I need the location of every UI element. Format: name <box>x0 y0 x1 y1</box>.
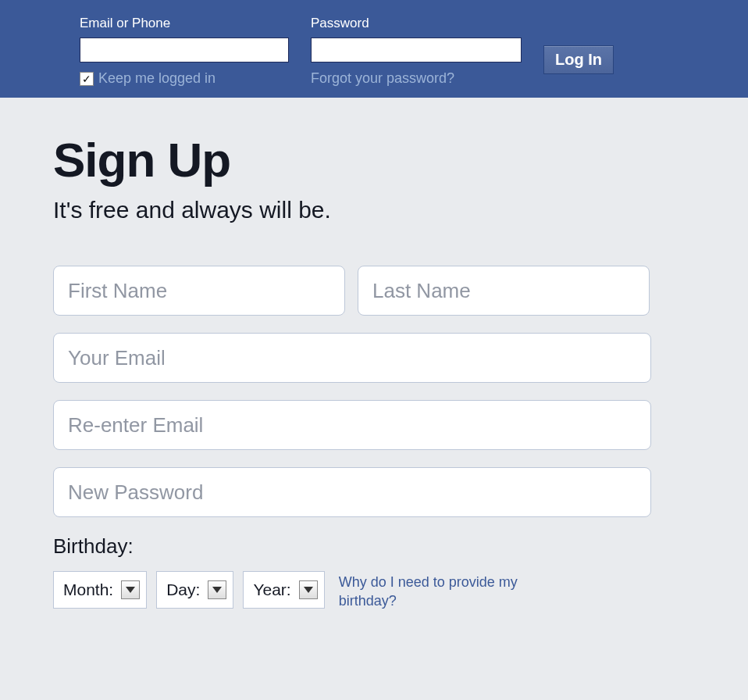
login-button-column: Log In <box>543 16 614 87</box>
birthday-month-label: Month: <box>63 580 113 599</box>
login-button[interactable]: Log In <box>543 45 614 74</box>
birthday-year-select[interactable]: Year: <box>243 571 324 609</box>
keep-logged-in[interactable]: ✓ Keep me logged in <box>80 70 289 87</box>
reenter-email-input[interactable] <box>53 400 651 450</box>
last-name-input[interactable] <box>358 266 650 316</box>
signup-subtitle: It's free and always will be. <box>53 197 748 223</box>
birthday-year-label: Year: <box>253 580 290 599</box>
birthday-month-select[interactable]: Month: <box>53 571 147 609</box>
password-input[interactable] <box>311 38 522 62</box>
signup-form: Birthday: Month: Day: Year: Why do I nee… <box>53 266 651 611</box>
signup-section: Sign Up It's free and always will be. Bi… <box>0 98 748 611</box>
signup-title: Sign Up <box>53 132 748 188</box>
first-name-input[interactable] <box>53 266 345 316</box>
email-label: Email or Phone <box>80 16 289 31</box>
birthday-day-label: Day: <box>166 580 200 599</box>
email-login-column: Email or Phone ✓ Keep me logged in <box>80 16 289 87</box>
forgot-password-link[interactable]: Forgot your password? <box>311 70 522 87</box>
birthday-row: Month: Day: Year: Why do I need to provi… <box>53 571 651 611</box>
login-header: Email or Phone ✓ Keep me logged in Passw… <box>0 0 748 98</box>
chevron-down-icon <box>299 580 318 599</box>
birthday-label: Birthday: <box>53 534 651 559</box>
chevron-down-icon <box>121 580 140 599</box>
password-login-column: Password Forgot your password? <box>311 16 522 87</box>
birthday-day-select[interactable]: Day: <box>156 571 233 609</box>
chevron-down-icon <box>208 580 226 599</box>
birthday-help-link[interactable]: Why do I need to provide my birthday? <box>339 571 573 611</box>
new-password-input[interactable] <box>53 467 651 517</box>
keep-logged-checkbox[interactable]: ✓ <box>80 72 94 86</box>
email-signup-input[interactable] <box>53 333 651 383</box>
keep-logged-label: Keep me logged in <box>98 70 215 87</box>
password-label: Password <box>311 16 522 31</box>
email-input[interactable] <box>80 38 289 62</box>
